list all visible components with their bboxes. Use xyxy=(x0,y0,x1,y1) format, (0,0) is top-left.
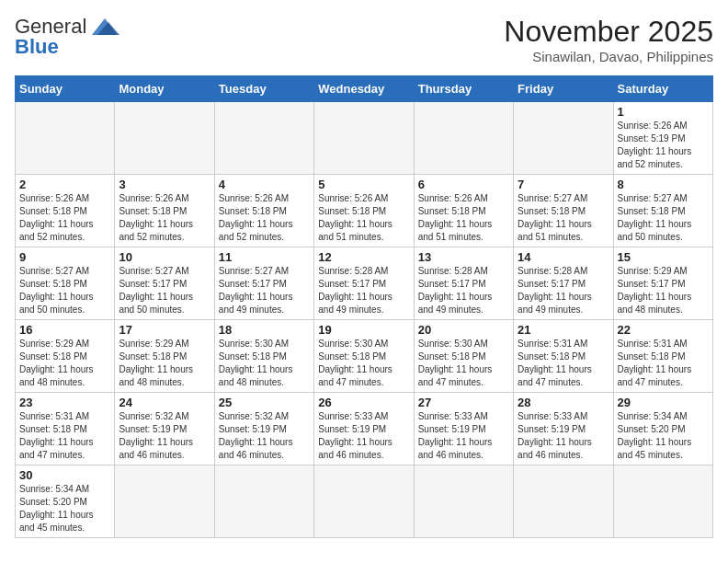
calendar-cell: 4Sunrise: 5:26 AM Sunset: 5:18 PM Daylig… xyxy=(214,175,313,247)
calendar-cell: 2Sunrise: 5:26 AM Sunset: 5:18 PM Daylig… xyxy=(16,175,115,247)
cell-info: Sunrise: 5:31 AM Sunset: 5:18 PM Dayligh… xyxy=(19,410,110,462)
cell-info: Sunrise: 5:26 AM Sunset: 5:18 PM Dayligh… xyxy=(219,192,310,244)
day-number: 6 xyxy=(418,178,509,191)
logo: General Blue xyxy=(15,15,121,59)
calendar-cell xyxy=(613,465,712,538)
cell-info: Sunrise: 5:30 AM Sunset: 5:18 PM Dayligh… xyxy=(418,338,509,389)
calendar-cell xyxy=(314,465,414,538)
logo-blue: Blue xyxy=(15,35,59,59)
day-number: 21 xyxy=(518,323,609,337)
calendar-cell: 15Sunrise: 5:29 AM Sunset: 5:17 PM Dayli… xyxy=(613,247,712,320)
calendar-cell: 29Sunrise: 5:34 AM Sunset: 5:20 PM Dayli… xyxy=(613,393,712,465)
calendar-cell: 3Sunrise: 5:26 AM Sunset: 5:18 PM Daylig… xyxy=(115,175,214,247)
day-number: 18 xyxy=(219,323,310,337)
calendar-cell: 7Sunrise: 5:27 AM Sunset: 5:18 PM Daylig… xyxy=(514,175,613,247)
day-number: 14 xyxy=(518,250,609,264)
cell-info: Sunrise: 5:34 AM Sunset: 5:20 PM Dayligh… xyxy=(618,410,709,462)
location: Sinawilan, Davao, Philippines xyxy=(504,49,713,64)
calendar-cell xyxy=(514,102,613,175)
cell-info: Sunrise: 5:28 AM Sunset: 5:17 PM Dayligh… xyxy=(318,265,409,316)
day-number: 20 xyxy=(418,323,509,337)
day-number: 5 xyxy=(318,178,409,191)
calendar-cell: 8Sunrise: 5:27 AM Sunset: 5:18 PM Daylig… xyxy=(613,175,712,247)
day-number: 13 xyxy=(418,250,509,264)
day-number: 2 xyxy=(19,178,110,191)
calendar-cell: 16Sunrise: 5:29 AM Sunset: 5:18 PM Dayli… xyxy=(16,320,115,393)
calendar-cell xyxy=(214,465,313,538)
calendar-cell: 23Sunrise: 5:31 AM Sunset: 5:18 PM Dayli… xyxy=(16,393,115,465)
cell-info: Sunrise: 5:33 AM Sunset: 5:19 PM Dayligh… xyxy=(318,410,409,462)
calendar-week-row: 1Sunrise: 5:26 AM Sunset: 5:19 PM Daylig… xyxy=(16,102,713,175)
calendar-cell: 11Sunrise: 5:27 AM Sunset: 5:17 PM Dayli… xyxy=(214,247,313,320)
calendar-cell: 17Sunrise: 5:29 AM Sunset: 5:18 PM Dayli… xyxy=(115,320,214,393)
day-number: 3 xyxy=(119,178,210,191)
calendar-week-row: 2Sunrise: 5:26 AM Sunset: 5:18 PM Daylig… xyxy=(16,175,713,247)
cell-info: Sunrise: 5:26 AM Sunset: 5:18 PM Dayligh… xyxy=(318,192,409,244)
calendar-cell: 19Sunrise: 5:30 AM Sunset: 5:18 PM Dayli… xyxy=(314,320,414,393)
weekday-header-friday: Friday xyxy=(514,76,613,102)
calendar-cell xyxy=(414,465,513,538)
cell-info: Sunrise: 5:27 AM Sunset: 5:18 PM Dayligh… xyxy=(618,192,709,244)
calendar-cell xyxy=(115,102,214,175)
cell-info: Sunrise: 5:26 AM Sunset: 5:18 PM Dayligh… xyxy=(418,192,509,244)
day-number: 29 xyxy=(618,396,709,409)
calendar-week-row: 16Sunrise: 5:29 AM Sunset: 5:18 PM Dayli… xyxy=(16,320,713,393)
calendar-cell xyxy=(314,102,414,175)
calendar-cell xyxy=(16,102,115,175)
calendar-cell: 25Sunrise: 5:32 AM Sunset: 5:19 PM Dayli… xyxy=(214,393,313,465)
calendar-cell: 13Sunrise: 5:28 AM Sunset: 5:17 PM Dayli… xyxy=(414,247,513,320)
weekday-header-saturday: Saturday xyxy=(613,76,712,102)
calendar-cell: 21Sunrise: 5:31 AM Sunset: 5:18 PM Dayli… xyxy=(514,320,613,393)
calendar-cell: 24Sunrise: 5:32 AM Sunset: 5:19 PM Dayli… xyxy=(115,393,214,465)
day-number: 30 xyxy=(19,468,110,482)
day-number: 15 xyxy=(618,250,709,264)
day-number: 9 xyxy=(19,250,110,264)
day-number: 8 xyxy=(618,178,709,191)
day-number: 25 xyxy=(219,396,310,409)
calendar-cell: 10Sunrise: 5:27 AM Sunset: 5:17 PM Dayli… xyxy=(115,247,214,320)
day-number: 11 xyxy=(219,250,310,264)
day-number: 16 xyxy=(19,323,110,337)
calendar-cell xyxy=(414,102,513,175)
calendar-cell: 18Sunrise: 5:30 AM Sunset: 5:18 PM Dayli… xyxy=(214,320,313,393)
cell-info: Sunrise: 5:32 AM Sunset: 5:19 PM Dayligh… xyxy=(119,410,210,462)
weekday-header-thursday: Thursday xyxy=(414,76,513,102)
calendar-cell xyxy=(115,465,214,538)
weekday-header-wednesday: Wednesday xyxy=(314,76,414,102)
day-number: 17 xyxy=(119,323,210,337)
day-number: 24 xyxy=(119,396,210,409)
day-number: 23 xyxy=(19,396,110,409)
day-number: 4 xyxy=(219,178,310,191)
cell-info: Sunrise: 5:30 AM Sunset: 5:18 PM Dayligh… xyxy=(318,338,409,389)
cell-info: Sunrise: 5:27 AM Sunset: 5:17 PM Dayligh… xyxy=(119,265,210,316)
calendar-cell xyxy=(514,465,613,538)
calendar-cell: 14Sunrise: 5:28 AM Sunset: 5:17 PM Dayli… xyxy=(514,247,613,320)
cell-info: Sunrise: 5:27 AM Sunset: 5:18 PM Dayligh… xyxy=(518,192,609,244)
day-number: 28 xyxy=(518,396,609,409)
cell-info: Sunrise: 5:31 AM Sunset: 5:18 PM Dayligh… xyxy=(618,338,709,389)
cell-info: Sunrise: 5:26 AM Sunset: 5:18 PM Dayligh… xyxy=(19,192,110,244)
cell-info: Sunrise: 5:27 AM Sunset: 5:17 PM Dayligh… xyxy=(219,265,310,316)
calendar-cell: 20Sunrise: 5:30 AM Sunset: 5:18 PM Dayli… xyxy=(414,320,513,393)
logo-icon xyxy=(88,17,121,37)
weekday-header-sunday: Sunday xyxy=(16,76,115,102)
calendar-cell: 6Sunrise: 5:26 AM Sunset: 5:18 PM Daylig… xyxy=(414,175,513,247)
day-number: 26 xyxy=(318,396,409,409)
calendar-cell: 12Sunrise: 5:28 AM Sunset: 5:17 PM Dayli… xyxy=(314,247,414,320)
cell-info: Sunrise: 5:29 AM Sunset: 5:18 PM Dayligh… xyxy=(119,338,210,389)
calendar-cell: 28Sunrise: 5:33 AM Sunset: 5:19 PM Dayli… xyxy=(514,393,613,465)
calendar-cell xyxy=(214,102,313,175)
title-area: November 2025 Sinawilan, Davao, Philippi… xyxy=(504,15,713,64)
cell-info: Sunrise: 5:26 AM Sunset: 5:18 PM Dayligh… xyxy=(119,192,210,244)
calendar-cell: 26Sunrise: 5:33 AM Sunset: 5:19 PM Dayli… xyxy=(314,393,414,465)
header: General Blue November 2025 Sinawilan, Da… xyxy=(15,15,713,64)
cell-info: Sunrise: 5:27 AM Sunset: 5:18 PM Dayligh… xyxy=(19,265,110,316)
calendar-cell: 22Sunrise: 5:31 AM Sunset: 5:18 PM Dayli… xyxy=(613,320,712,393)
calendar-cell: 5Sunrise: 5:26 AM Sunset: 5:18 PM Daylig… xyxy=(314,175,414,247)
calendar-week-row: 23Sunrise: 5:31 AM Sunset: 5:18 PM Dayli… xyxy=(16,393,713,465)
weekday-header-tuesday: Tuesday xyxy=(214,76,313,102)
cell-info: Sunrise: 5:33 AM Sunset: 5:19 PM Dayligh… xyxy=(418,410,509,462)
cell-info: Sunrise: 5:28 AM Sunset: 5:17 PM Dayligh… xyxy=(518,265,609,316)
day-number: 10 xyxy=(119,250,210,264)
calendar-week-row: 30Sunrise: 5:34 AM Sunset: 5:20 PM Dayli… xyxy=(16,465,713,538)
